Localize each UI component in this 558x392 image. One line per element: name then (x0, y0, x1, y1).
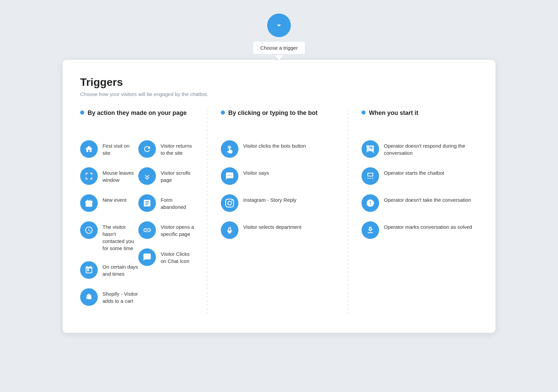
column-clicking: By clicking or typing to the bot Visitor… (207, 109, 348, 315)
trigger-item-visitor-clicks-chat[interactable]: Visitor Clicks on Chat Icon (138, 248, 196, 266)
trigger-item-instagram-story[interactable]: Instagram - Story Reply (221, 194, 337, 212)
trigger-item-visitor-returns[interactable]: Visitor returns to the site (138, 140, 196, 158)
alert-icon (366, 199, 375, 207)
trigger-icon-visitor-selects-dept (221, 221, 238, 239)
columns-container: By action they made on your page First v… (80, 109, 478, 315)
trigger-item-new-event[interactable]: New event (80, 194, 138, 212)
download-check-icon (366, 226, 375, 235)
trigger-text-visitor-selects-dept: Visitor selects department (243, 221, 301, 230)
trigger-item-operator-no-respond[interactable]: Operator doesn't respond during the conv… (362, 140, 478, 158)
trigger-item-visitor-says[interactable]: Visitor says (221, 167, 337, 185)
col-clicking-inner: Visitor clicks the bots button Visitor s… (221, 140, 337, 248)
trigger-icon-first-visit (80, 140, 98, 158)
trigger-text-visitor-clicks-bot: Visitor clicks the bots button (243, 140, 306, 149)
trigger-text-visitor-inactive: The visitor hasn't contacted you for som… (102, 221, 138, 252)
calendar-icon (85, 266, 93, 274)
trigger-icon-new-event (80, 194, 98, 212)
triggers-card: Triggers Choose how your visitors will b… (63, 60, 495, 333)
col-heading-action: By action they made on your page (88, 109, 187, 117)
link-icon (143, 226, 152, 235)
column-when-start: When you start it Operator doesn't respo… (348, 109, 478, 315)
trigger-text-instagram-story: Instagram - Story Reply (243, 194, 297, 203)
trigger-text-visitor-clicks-chat: Visitor Clicks on Chat Icon (161, 248, 196, 265)
col-dot-when-start (362, 111, 366, 115)
col-heading-clicking: By clicking or typing to the bot (228, 109, 318, 117)
trigger-item-shopify[interactable]: Shopify - Visitor adds to a cart (80, 288, 138, 306)
trigger-text-visitor-returns: Visitor returns to the site (161, 140, 196, 156)
trigger-icon-visitor-scrolls (138, 167, 156, 185)
card-title: Triggers (80, 76, 478, 89)
trigger-text-visitor-says: Visitor says (243, 167, 269, 176)
trigger-item-visitor-inactive[interactable]: The visitor hasn't contacted you for som… (80, 221, 138, 252)
col-dot-clicking (221, 111, 225, 115)
trigger-icon-operator-no-respond (362, 140, 379, 158)
column-when-start-header: When you start it (362, 109, 478, 129)
arrow-down-indicator (274, 55, 284, 60)
trigger-item-operator-no-take[interactable]: Operator doesn't take the conversation (362, 194, 478, 212)
column-clicking-header: By clicking or typing to the bot (221, 109, 337, 129)
trigger-text-operator-no-respond: Operator doesn't respond during the conv… (384, 140, 478, 156)
trigger-item-certain-days[interactable]: On certain days and times (80, 261, 138, 279)
trigger-item-first-visit[interactable]: First visit on site (80, 140, 138, 158)
instagram-icon (225, 199, 234, 207)
trigger-text-shopify: Shopify - Visitor adds to a cart (102, 288, 138, 304)
home-icon (85, 145, 93, 153)
trigger-icon-visitor-inactive (80, 221, 98, 239)
person-talk-icon (225, 172, 234, 180)
refresh-icon (143, 145, 152, 153)
col-action-inner: First visit on site Mouse leaves window … (80, 140, 196, 315)
touch-icon (225, 145, 234, 153)
trigger-text-operator-starts: Operator starts the chatbot (384, 167, 444, 176)
trigger-icon-visitor-returns (138, 140, 156, 158)
trigger-text-new-event: New event (102, 194, 126, 203)
chat-bubble-icon (143, 253, 152, 262)
sub-col-action-1: First visit on site Mouse leaves window … (80, 140, 138, 315)
trigger-icon-visitor-opens-page (138, 221, 156, 239)
trigger-icon-operator-no-take (362, 194, 379, 212)
trigger-item-operator-marks[interactable]: Operator marks conversation as solved (362, 221, 478, 239)
trigger-icon-form-abandoned (138, 194, 156, 212)
form-icon (143, 199, 152, 207)
trigger-item-visitor-clicks-bot[interactable]: Visitor clicks the bots button (221, 140, 337, 158)
col-dot-action (80, 111, 84, 115)
trigger-text-operator-marks: Operator marks conversation as solved (384, 221, 472, 230)
trigger-text-mouse-leaves: Mouse leaves window (102, 167, 138, 183)
choose-trigger-button[interactable]: Choose a trigger (253, 41, 306, 54)
trigger-text-visitor-opens-page: Visitor opens a specific page (161, 221, 196, 238)
clock-icon (85, 226, 93, 235)
trigger-icon-instagram-story (221, 194, 238, 212)
trigger-item-operator-starts[interactable]: Operator starts the chatbot (362, 167, 478, 185)
gift-icon (85, 199, 93, 207)
trigger-icon-operator-starts (362, 167, 379, 185)
column-action: By action they made on your page First v… (80, 109, 207, 315)
trigger-text-form-abandoned: Form abandoned (161, 194, 196, 211)
trigger-text-first-visit: First visit on site (102, 140, 138, 156)
shopify-icon (85, 293, 93, 301)
arrow-down-icon (274, 21, 284, 30)
trigger-circle-button[interactable] (267, 14, 291, 37)
scroll-icon (143, 172, 152, 180)
trigger-icon-operator-marks (362, 221, 379, 239)
trigger-item-form-abandoned[interactable]: Form abandoned (138, 194, 196, 212)
expand-icon (85, 172, 93, 180)
top-trigger-area: Choose a trigger (253, 14, 306, 60)
monitor-icon (366, 172, 375, 180)
trigger-item-visitor-scrolls[interactable]: Visitor scrolls page (138, 167, 196, 185)
trigger-text-certain-days: On certain days and times (102, 261, 138, 277)
chat-off-icon (366, 145, 375, 153)
column-action-header: By action they made on your page (80, 109, 196, 129)
sub-col-action-2: Visitor returns to the site Visitor scro… (138, 140, 196, 315)
sub-col-when-start-1: Operator doesn't respond during the conv… (362, 140, 478, 248)
trigger-item-visitor-opens-page[interactable]: Visitor opens a specific page (138, 221, 196, 239)
trigger-icon-certain-days (80, 261, 98, 279)
col-heading-when-start: When you start it (369, 109, 418, 117)
sub-col-clicking-1: Visitor clicks the bots button Visitor s… (221, 140, 337, 248)
trigger-item-mouse-leaves[interactable]: Mouse leaves window (80, 167, 138, 185)
trigger-icon-mouse-leaves (80, 167, 98, 185)
fork-icon (225, 226, 234, 235)
trigger-item-visitor-selects-dept[interactable]: Visitor selects department (221, 221, 337, 239)
trigger-icon-visitor-clicks-bot (221, 140, 238, 158)
trigger-icon-visitor-clicks-chat (138, 248, 156, 266)
trigger-icon-shopify (80, 288, 98, 306)
card-subtitle: Choose how your visitors will be engaged… (80, 91, 478, 97)
